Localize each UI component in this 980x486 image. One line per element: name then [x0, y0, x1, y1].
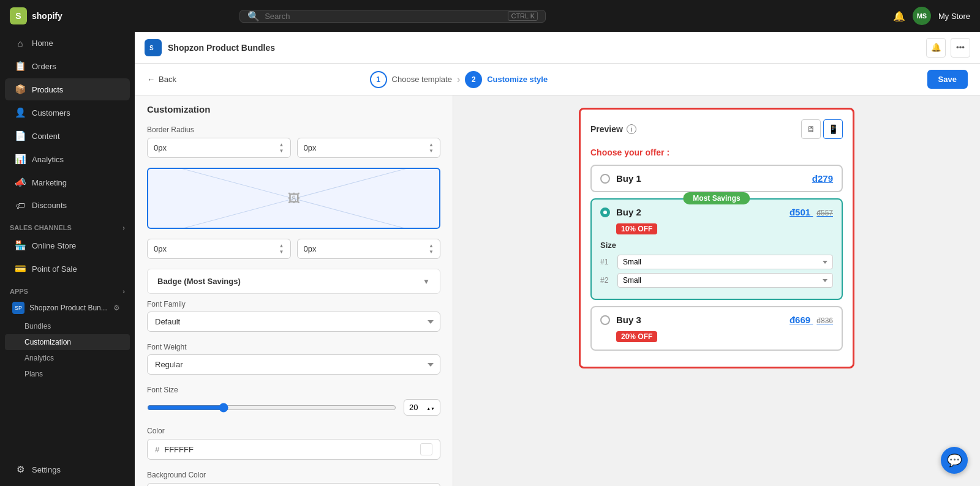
border-radius-br-spinner[interactable]: ▲▼	[429, 243, 434, 255]
sidebar-sub-bundles[interactable]: Bundles	[5, 318, 130, 334]
shopzon-app-icon: SP	[12, 302, 24, 314]
back-button[interactable]: ← Back	[147, 75, 176, 84]
bundles-label: Bundles	[24, 322, 51, 331]
sidebar-item-label: Content	[32, 132, 60, 141]
font-family-select[interactable]: Default	[147, 312, 440, 332]
color-section: Color # FFFFFF	[135, 427, 453, 465]
sidebar-item-label: Customers	[32, 108, 70, 118]
bundle-card-buy3-header: Buy 3 đ669 đ836	[600, 315, 833, 325]
sidebar-item-label: Orders	[32, 62, 56, 71]
online-store-icon: 🏪	[15, 240, 26, 251]
nav-right-actions: 🔔 MS My Store	[893, 7, 970, 25]
bundle-buy1-radio[interactable]	[600, 174, 610, 184]
font-weight-section: Font Weight Regular	[135, 343, 453, 379]
sidebar-item-pos[interactable]: 💳 Point of Sale	[5, 258, 130, 280]
sidebar-item-products[interactable]: 📦 Products	[5, 78, 130, 100]
sidebar-item-analytics[interactable]: 📊 Analytics	[5, 148, 130, 170]
border-radius-tl-spinner[interactable]: ▲▼	[279, 142, 284, 154]
border-radius-bottom-right[interactable]: 0px ▲▼	[297, 239, 441, 259]
mobile-view-button[interactable]: 📱	[823, 119, 843, 139]
preview-panel: Preview i 🖥 📱 Choose your offer :	[453, 95, 980, 486]
bundle-buy3-radio[interactable]	[600, 315, 610, 325]
border-radius-bottom-section: 0px ▲▼ 0px ▲▼	[135, 234, 453, 264]
bundle-buy2-discount-badge: 10% OFF	[616, 223, 657, 234]
sidebar-sub-customization[interactable]: Customization	[5, 334, 130, 350]
border-radius-bl-spinner[interactable]: ▲▼	[279, 243, 284, 255]
app-header-bar: S Shopzon Product Bundles 🔔 •••	[135, 32, 980, 64]
preview-info-icon[interactable]: i	[627, 124, 636, 134]
bundle-buy2-radio[interactable]	[600, 207, 610, 217]
background-color-section: Background Color # 00DF48	[135, 471, 453, 486]
font-size-slider[interactable]	[147, 403, 396, 413]
app-header-icon: S	[145, 39, 162, 56]
sidebar-item-label: Online Store	[32, 241, 76, 250]
sidebar-item-online-store[interactable]: 🏪 Online Store	[5, 234, 130, 256]
apps-label: Apps	[10, 288, 28, 295]
app-header-title: Shopzon Product Bundles	[168, 43, 275, 53]
color-label: Color	[147, 427, 440, 435]
size-num-1: #1	[600, 258, 612, 266]
sales-channels-expand-icon[interactable]: ›	[123, 224, 125, 231]
color-hash: #	[155, 445, 159, 454]
sidebar-sub-analytics[interactable]: Analytics	[5, 350, 130, 366]
sidebar-item-label: Products	[32, 85, 63, 94]
border-radius-top-right[interactable]: 0px ▲▼	[297, 138, 441, 158]
sidebar-sub-plans[interactable]: Plans	[5, 366, 130, 382]
desktop-view-button[interactable]: 🖥	[801, 119, 821, 139]
choose-offer-label: Choose your offer :	[590, 148, 843, 157]
preview-title-text: Preview	[590, 124, 623, 134]
save-button[interactable]: Save	[927, 70, 968, 89]
border-radius-top-left[interactable]: 0px ▲▼	[147, 138, 291, 158]
bundle-card-buy2-header: Buy 2 đ501 đ557	[600, 207, 833, 217]
header-bell-button[interactable]: 🔔	[926, 38, 946, 58]
sidebar-item-orders[interactable]: 📋 Orders	[5, 55, 130, 77]
search-bar[interactable]: 🔍 CTRL K	[239, 10, 546, 23]
font-weight-label: Font Weight	[147, 343, 440, 351]
top-navigation: S shopify 🔍 CTRL K 🔔 MS My Store	[0, 0, 980, 32]
customization-label: Customization	[24, 338, 71, 346]
size-select-2[interactable]: Small	[617, 273, 833, 288]
badge-section-chevron: ▼	[423, 277, 430, 286]
bundle-buy3-original-price: đ836	[816, 316, 833, 325]
preview-device-buttons: 🖥 📱	[801, 119, 843, 139]
avatar: MS	[913, 7, 931, 25]
analytics-icon: 📊	[15, 154, 26, 165]
border-radius-bl-value: 0px	[154, 244, 167, 253]
font-size-spinner[interactable]: ▲▼	[426, 403, 435, 412]
step-arrow: ›	[457, 74, 460, 85]
bundle-buy3-title: Buy 3	[616, 315, 783, 325]
font-size-value-input[interactable]: 20 ▲▼	[404, 399, 440, 416]
font-family-label: Font Family	[147, 300, 440, 308]
bundle-card-buy3[interactable]: Buy 3 đ669 đ836 20% OFF	[590, 306, 843, 351]
sidebar-item-content[interactable]: 📄 Content	[5, 125, 130, 147]
content-area: Customization Border Radius 0px ▲▼ 0px ▲…	[135, 95, 980, 486]
sidebar-item-shopzon[interactable]: SP Shopzon Product Bun... ⚙	[5, 298, 130, 318]
apps-expand-icon[interactable]: ›	[123, 288, 125, 295]
sidebar-item-settings[interactable]: ⚙ Settings	[5, 458, 130, 480]
image-placeholder-container: 🖼	[135, 163, 453, 234]
size-select-1[interactable]: Small	[617, 255, 833, 269]
background-color-label: Background Color	[147, 471, 440, 479]
border-radius-tr-spinner[interactable]: ▲▼	[429, 142, 434, 154]
color-field[interactable]: # FFFFFF	[147, 439, 440, 460]
sidebar-item-customers[interactable]: 👤 Customers	[5, 102, 130, 124]
search-input[interactable]	[265, 12, 503, 21]
header-more-button[interactable]: •••	[951, 38, 970, 58]
bundle-card-buy1[interactable]: Buy 1 đ279	[590, 165, 843, 192]
chat-bubble-button[interactable]: 💬	[941, 447, 968, 474]
shopzon-settings-icon[interactable]: ⚙	[113, 304, 120, 312]
bundle-buy3-price: đ669 đ836	[790, 315, 833, 325]
sidebar-item-marketing[interactable]: 📣 Marketing	[5, 171, 130, 193]
badge-section-header[interactable]: Badge (Most Savings) ▼	[147, 269, 440, 294]
background-color-field[interactable]: # 00DF48	[147, 483, 440, 486]
font-weight-select[interactable]: Regular	[147, 354, 440, 375]
sidebar-item-home[interactable]: ⌂ Home	[5, 32, 130, 54]
apps-section: Apps ›	[0, 280, 135, 297]
bundle-card-buy2[interactable]: Most Savings Buy 2 đ501 đ557 10% OFF Siz…	[590, 198, 843, 300]
notifications-icon[interactable]: 🔔	[893, 10, 905, 22]
bundle-buy1-price: đ279	[812, 173, 833, 184]
color-swatch[interactable]	[420, 443, 432, 455]
border-radius-section: Border Radius 0px ▲▼ 0px ▲▼	[135, 121, 453, 163]
sidebar-item-discounts[interactable]: 🏷 Discounts	[5, 195, 130, 216]
border-radius-bottom-left[interactable]: 0px ▲▼	[147, 239, 291, 259]
